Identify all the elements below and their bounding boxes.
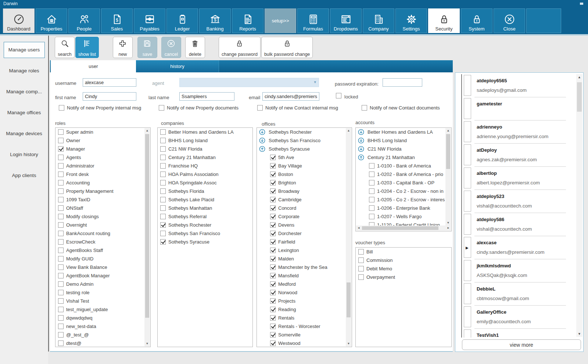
tree-child-item[interactable]: Cambridge	[257, 195, 352, 204]
first-name-input[interactable]	[83, 92, 136, 101]
tree-group[interactable]: BHHS Long Island	[356, 136, 451, 145]
vertical-scrollbar[interactable]: ▲▼	[445, 128, 451, 226]
item-checkbox[interactable]	[58, 290, 64, 295]
locked-checkbox[interactable]	[336, 93, 341, 98]
ribbon-tab-properties[interactable]: Properties	[36, 8, 67, 33]
list-item[interactable]: dtest@	[55, 339, 150, 347]
user-list-item[interactable]: atdeploy523vishal@accounttech.com	[462, 190, 581, 213]
item-checkbox[interactable]	[58, 332, 64, 338]
scroll-down-icon[interactable]: ▼	[445, 220, 451, 226]
item-checkbox[interactable]	[369, 163, 374, 169]
tree-child-item[interactable]: Fairfield	[257, 238, 352, 246]
item-checkbox[interactable]	[270, 222, 276, 228]
user-row-selector[interactable]	[464, 121, 471, 142]
last-name-input[interactable]	[179, 92, 234, 101]
cancel-button[interactable]: cancel	[161, 37, 181, 58]
tree-child-item[interactable]: Rentals - Worcester	[257, 322, 352, 331]
list-item[interactable]: View Bank Balance	[55, 263, 150, 271]
list-item[interactable]: Modify GUID	[55, 255, 150, 263]
tree-child-item[interactable]: 1-0207 - Wells Fargo	[356, 212, 451, 221]
tree-child-item[interactable]: Norwood	[257, 288, 352, 297]
user-row-selector[interactable]	[464, 75, 471, 96]
item-checkbox[interactable]	[58, 205, 64, 211]
item-checkbox[interactable]	[58, 273, 64, 278]
list-item[interactable]: AgentBook Manager	[55, 271, 150, 280]
list-item[interactable]: testing role	[55, 288, 150, 297]
user-row-selector[interactable]	[464, 167, 471, 188]
item-checkbox[interactable]	[369, 180, 374, 185]
list-item[interactable]: Accounting	[55, 179, 150, 187]
vertical-scrollbar[interactable]: ▲▼	[144, 128, 150, 346]
item-checkbox[interactable]	[358, 249, 364, 255]
user-list-item[interactable]: gametester	[462, 97, 581, 120]
list-item[interactable]: Debit Memo	[356, 264, 451, 273]
item-checkbox[interactable]	[270, 205, 276, 211]
list-item[interactable]: Sothebys Syracuse	[158, 238, 252, 246]
item-checkbox[interactable]	[58, 172, 64, 177]
list-item[interactable]: Overpayment	[356, 273, 451, 281]
list-item[interactable]: test_miguel_update	[55, 305, 150, 314]
bulk-password-change-button[interactable]: bulk password change	[261, 37, 313, 58]
item-checkbox[interactable]	[58, 324, 64, 329]
scroll-down-icon[interactable]: ▼	[346, 341, 351, 346]
item-checkbox[interactable]	[369, 214, 374, 219]
notify-checkbox[interactable]	[159, 105, 164, 111]
user-row-selector[interactable]	[464, 306, 471, 327]
user-list-item-selected[interactable]: ▶alexcasecindy.sanders@premiersir.com	[462, 236, 581, 259]
save-button[interactable]: save	[137, 37, 157, 58]
tree-child-item[interactable]: 1-0100 - Bank of America	[356, 162, 451, 170]
item-checkbox[interactable]	[58, 197, 64, 202]
item-checkbox[interactable]	[160, 163, 166, 169]
ribbon-tab-reports[interactable]: Reports	[232, 8, 263, 33]
scroll-up-icon[interactable]: ▲	[576, 74, 582, 80]
tree-child-item[interactable]: Manchester by the Sea	[257, 263, 352, 271]
scroll-left-icon[interactable]: ◄	[356, 226, 361, 231]
user-list-item[interactable]: atDeployagnes.zak@premiersir.com	[462, 144, 581, 167]
item-checkbox[interactable]	[270, 239, 276, 245]
tree-child-item[interactable]: Medford	[257, 280, 352, 288]
tree-child-item[interactable]: Rentals	[257, 314, 352, 322]
item-checkbox[interactable]	[270, 180, 276, 185]
tree-child-item[interactable]: 1-0202 - Bank of America - prio	[356, 170, 451, 179]
item-checkbox[interactable]	[369, 197, 374, 202]
list-item[interactable]: HOA Palms Association	[158, 170, 252, 179]
tree-child-item[interactable]: Mansfield	[257, 271, 352, 280]
user-list-item[interactable]: GalleryOfficeemily@accounttech.com	[462, 306, 581, 329]
list-item[interactable]: Sothebys San Francisco	[158, 229, 252, 238]
list-item[interactable]: Agents	[55, 153, 150, 162]
item-checkbox[interactable]	[58, 256, 64, 262]
item-checkbox[interactable]	[270, 324, 276, 329]
notify-checkbox[interactable]	[257, 105, 263, 111]
tree-child-item[interactable]: Corporate	[257, 212, 352, 221]
new-button[interactable]: new	[113, 37, 133, 58]
item-checkbox[interactable]	[58, 264, 64, 270]
sidebar-item-manage-roles[interactable]: Manage roles	[2, 60, 47, 81]
scrollbar-thumb[interactable]	[347, 282, 351, 317]
item-checkbox[interactable]	[358, 266, 364, 271]
item-checkbox[interactable]	[160, 155, 166, 160]
scrollbar-thumb[interactable]	[446, 134, 450, 169]
notify-option-2[interactable]: Notify of new Property documents	[159, 105, 239, 111]
view-more-button[interactable]: view more	[462, 339, 581, 350]
list-item[interactable]: AgentBooks Staff	[55, 246, 150, 255]
horizontal-scrollbar[interactable]: ◄►	[356, 226, 451, 231]
ribbon-tab-dropdowns[interactable]: Dropdowns	[330, 8, 362, 33]
notify-checkbox[interactable]	[59, 105, 64, 111]
item-checkbox[interactable]	[58, 180, 64, 185]
item-checkbox[interactable]	[369, 205, 374, 211]
list-item[interactable]: Administrator	[55, 162, 150, 170]
scroll-right-icon[interactable]: ►	[446, 226, 451, 231]
list-item[interactable]: Century 21 Manhattan	[158, 153, 252, 162]
item-checkbox[interactable]	[58, 214, 64, 219]
sidebar-item-manage-users[interactable]: Manage users	[2, 39, 47, 60]
tree-child-item[interactable]: Bay Village	[257, 162, 352, 170]
list-item[interactable]: Front desk	[55, 170, 150, 179]
tree-child-item[interactable]: Malden	[257, 255, 352, 263]
item-checkbox[interactable]	[270, 307, 276, 312]
ribbon-tab-settings[interactable]: Settings	[395, 8, 427, 33]
item-checkbox[interactable]	[58, 146, 64, 152]
tree-child-item[interactable]: Westwood	[257, 339, 352, 347]
list-item[interactable]: Vishal Test	[55, 297, 150, 305]
item-checkbox[interactable]	[58, 248, 64, 253]
item-checkbox[interactable]	[270, 197, 276, 202]
